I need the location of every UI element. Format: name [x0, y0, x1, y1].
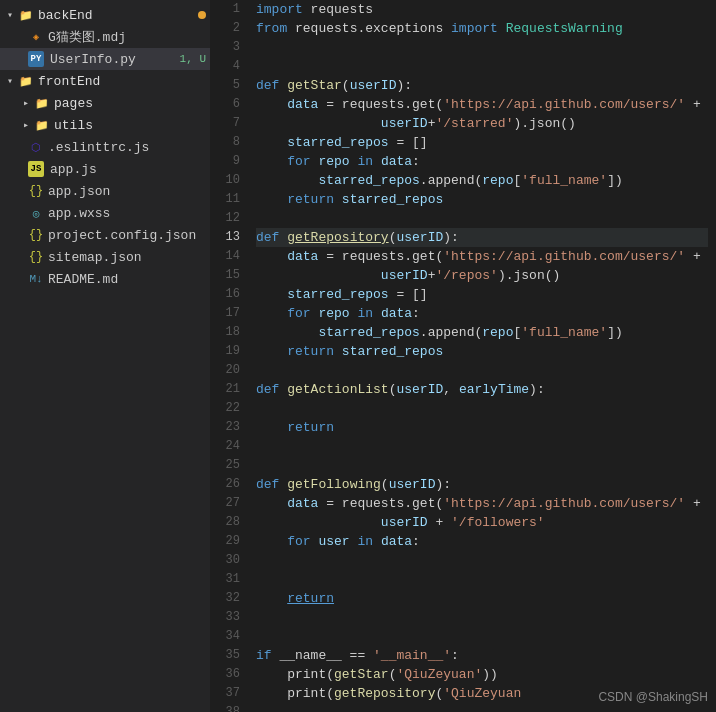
- token-param: userID: [350, 76, 397, 95]
- token-plain: (: [435, 684, 443, 703]
- token-plain: [256, 247, 287, 266]
- token-plain: [279, 475, 287, 494]
- file-sitemap[interactable]: {} sitemap.json: [0, 246, 210, 268]
- token-kw: for: [287, 152, 310, 171]
- file-appjs-label: app.js: [50, 162, 97, 177]
- token-plain: +: [685, 247, 701, 266]
- folder-backend[interactable]: ▾ 📁 backEnd: [0, 4, 210, 26]
- file-eslintrc[interactable]: ⬡ .eslinttrc.js: [0, 136, 210, 158]
- chevron-right-utils-icon: ▸: [20, 119, 32, 131]
- code-line: [256, 38, 708, 57]
- js-icon: JS: [28, 161, 44, 177]
- folder-frontend[interactable]: ▾ 📁 frontEnd: [0, 70, 210, 92]
- line-number: 17: [210, 304, 240, 323]
- file-gcatmap[interactable]: ◈ G猫类图.mdj: [0, 26, 210, 48]
- folder-utils-label: utils: [54, 118, 93, 133]
- code-line: print(getStar('QiuZeyuan')): [256, 665, 708, 684]
- token-fn: getActionList: [287, 380, 388, 399]
- token-var: data: [287, 247, 318, 266]
- token-plain: [256, 114, 381, 133]
- line-number: 9: [210, 152, 240, 171]
- folder-icon: 📁: [18, 7, 34, 23]
- file-readme-label: README.md: [48, 272, 118, 287]
- token-var: user: [318, 532, 349, 551]
- token-plain: [256, 133, 287, 152]
- token-plain: [256, 171, 318, 190]
- code-line: [256, 57, 708, 76]
- code-line: userID+'/repos').json(): [256, 266, 708, 285]
- line-number: 26: [210, 475, 240, 494]
- token-str: '/starred': [435, 114, 513, 133]
- token-plain: (: [381, 475, 389, 494]
- line-number: 18: [210, 323, 240, 342]
- line-number: 14: [210, 247, 240, 266]
- file-appwxss[interactable]: ◎ app.wxss: [0, 202, 210, 224]
- token-kw: in: [357, 304, 373, 323]
- line-number: 19: [210, 342, 240, 361]
- chevron-down-icon: ▾: [4, 9, 16, 21]
- line-numbers-gutter: 1234567891011121314151617181920212223242…: [210, 0, 248, 712]
- code-line: userID+'/starred').json(): [256, 114, 708, 133]
- token-plain: [279, 380, 287, 399]
- file-readme[interactable]: M↓ README.md: [0, 268, 210, 290]
- token-kw: import: [256, 0, 303, 19]
- token-plain: +: [428, 513, 451, 532]
- pages-folder-icon: 📁: [34, 95, 50, 111]
- token-plain: ).json(): [513, 114, 575, 133]
- token-plain: ]): [607, 323, 623, 342]
- code-line: def getFollowing(userID):: [256, 475, 708, 494]
- folder-utils[interactable]: ▸ 📁 utils: [0, 114, 210, 136]
- token-plain: ):: [396, 76, 412, 95]
- token-plain: [256, 285, 287, 304]
- folder-frontend-label: frontEnd: [38, 74, 100, 89]
- token-var: data: [287, 494, 318, 513]
- code-line: return: [256, 418, 708, 437]
- line-number: 31: [210, 570, 240, 589]
- line-number: 21: [210, 380, 240, 399]
- token-plain: [311, 152, 319, 171]
- token-kw: for: [287, 304, 310, 323]
- token-plain: [256, 342, 287, 361]
- token-plain: )): [482, 665, 498, 684]
- file-projectconfig-label: project.config.json: [48, 228, 196, 243]
- token-kw: return: [287, 190, 334, 209]
- code-line: import requests: [256, 0, 708, 19]
- token-plain: = requests.get(: [318, 494, 443, 513]
- token-plain: [: [513, 323, 521, 342]
- token-plain: ):: [443, 228, 459, 247]
- line-number: 30: [210, 551, 240, 570]
- line-number: 7: [210, 114, 240, 133]
- token-plain: [256, 190, 287, 209]
- line-number: 33: [210, 608, 240, 627]
- token-plain: __name__ ==: [272, 646, 373, 665]
- token-plain: [279, 76, 287, 95]
- token-kw: return: [287, 418, 334, 437]
- token-plain: (: [389, 380, 397, 399]
- file-userinfo[interactable]: PY UserInfo.py 1, U: [0, 48, 210, 70]
- token-fn: getRepository: [334, 684, 435, 703]
- token-plain: [334, 342, 342, 361]
- line-number: 32: [210, 589, 240, 608]
- file-appjson[interactable]: {} app.json: [0, 180, 210, 202]
- sitemap-icon: {}: [28, 249, 44, 265]
- token-var: starred_repos: [342, 190, 443, 209]
- file-projectconfig[interactable]: {} project.config.json: [0, 224, 210, 246]
- folder-frontend-icon: 📁: [18, 73, 34, 89]
- file-eslintrc-label: .eslinttrc.js: [48, 140, 149, 155]
- code-line: starred_repos = []: [256, 285, 708, 304]
- file-appjs[interactable]: JS app.js: [0, 158, 210, 180]
- token-plain: :: [451, 646, 459, 665]
- code-line: def getRepository(userID):: [256, 228, 708, 247]
- token-plain: [350, 152, 358, 171]
- token-plain: ):: [435, 475, 451, 494]
- code-line: def getActionList(userID, earlyTime):: [256, 380, 708, 399]
- token-param: userID: [389, 475, 436, 494]
- line-number: 20: [210, 361, 240, 380]
- code-line: [256, 399, 708, 418]
- token-plain: :: [412, 532, 420, 551]
- py-icon: PY: [28, 51, 44, 67]
- folder-pages[interactable]: ▸ 📁 pages: [0, 92, 210, 114]
- file-appwxss-label: app.wxss: [48, 206, 110, 221]
- code-content[interactable]: import requestsfrom requests.exceptions …: [248, 0, 716, 712]
- token-fn: getFollowing: [287, 475, 381, 494]
